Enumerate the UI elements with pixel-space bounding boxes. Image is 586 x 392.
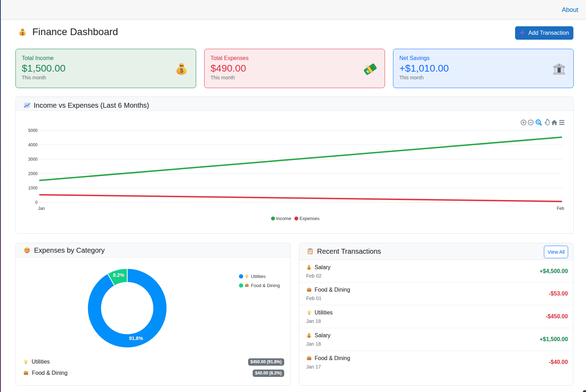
svg-text:91.8%: 91.8% [129,335,143,341]
svg-text:Jan: Jan [38,206,45,211]
svg-text:Income: Income [276,216,291,221]
svg-text:3000: 3000 [28,157,38,162]
svg-text:Feb: Feb [557,206,564,211]
svg-text:8.2%: 8.2% [113,272,124,278]
svg-text:Expenses: Expenses [300,216,320,221]
svg-text:Utilities: Utilities [251,274,266,279]
svg-text:2000: 2000 [28,171,38,176]
svg-text:0: 0 [35,200,38,205]
svg-text:5000: 5000 [28,128,38,133]
svg-text:Food & Dining: Food & Dining [251,283,280,288]
svg-text:1000: 1000 [28,186,38,191]
svg-text:4000: 4000 [28,142,38,147]
